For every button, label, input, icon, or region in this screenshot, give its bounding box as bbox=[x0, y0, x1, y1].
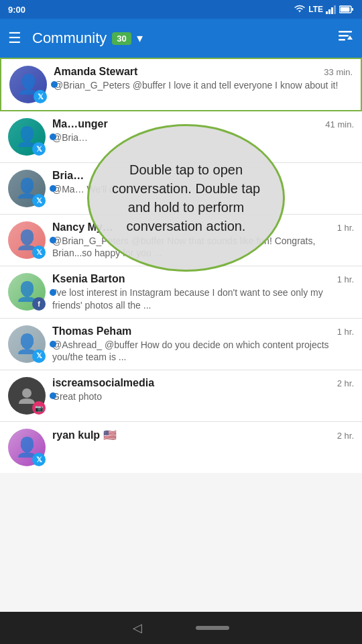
svg-rect-7 bbox=[339, 31, 352, 33]
sort-button[interactable] bbox=[337, 28, 354, 49]
conv-content: ryan kulp 🇺🇸 2 hr. bbox=[52, 429, 354, 443]
dropdown-arrow-icon[interactable]: ▾ bbox=[137, 31, 143, 46]
conv-content: Ksenia Barton 1 hr. I've lost interest i… bbox=[52, 273, 354, 311]
avatar-wrap: 👤 𝕏 bbox=[8, 118, 46, 156]
home-indicator[interactable] bbox=[196, 626, 229, 630]
conv-content: Amanda Stewart 33 min. @Brian_G_Peters @… bbox=[54, 66, 353, 91]
unread-dot bbox=[50, 289, 56, 296]
avatar-wrap: 📷 bbox=[8, 377, 46, 415]
svg-rect-2 bbox=[331, 7, 333, 14]
twitter-badge: 𝕏 bbox=[32, 453, 46, 466]
conv-time: 1 hr. bbox=[337, 327, 354, 337]
unread-dot bbox=[51, 81, 58, 88]
unread-dot bbox=[50, 237, 56, 244]
conv-name: Ksenia Barton bbox=[52, 273, 125, 285]
conv-time: 1 hr. bbox=[337, 274, 354, 284]
back-button[interactable]: ◁ bbox=[133, 621, 142, 635]
unread-dot bbox=[50, 185, 56, 192]
conv-time: 2 hr. bbox=[337, 378, 354, 388]
tooltip-overlay: Double tap to open conversation. Double … bbox=[87, 124, 285, 272]
avatar-wrap: 👤 𝕏 bbox=[8, 429, 46, 466]
svg-rect-8 bbox=[339, 35, 349, 37]
twitter-badge: 𝕏 bbox=[34, 90, 47, 103]
svg-rect-3 bbox=[334, 5, 336, 14]
lte-label: LTE bbox=[308, 5, 323, 14]
conv-name: Bria… bbox=[52, 170, 84, 182]
battery-icon bbox=[339, 5, 354, 13]
signal-icon bbox=[326, 5, 337, 14]
twitter-badge: 𝕏 bbox=[32, 142, 46, 156]
conv-text: I've lost interest in Instagram because … bbox=[52, 286, 354, 311]
conversation-item[interactable]: 👤 f Ksenia Barton 1 hr. I've lost intere… bbox=[0, 266, 362, 318]
conv-time: 33 min. bbox=[324, 67, 353, 77]
conv-name: Ma…unger bbox=[52, 118, 108, 130]
avatar-wrap: 👤 𝕏 bbox=[8, 170, 46, 207]
tooltip-text: Double tap to open conversation. Double … bbox=[108, 160, 264, 235]
svg-rect-1 bbox=[328, 9, 330, 14]
unread-dot bbox=[50, 341, 56, 347]
conversation-item[interactable]: 👤 𝕏 Thomas Peham 1 hr. @Ashread_ @buffer… bbox=[0, 319, 362, 370]
status-icons: LTE bbox=[294, 5, 354, 14]
avatar-wrap: 👤 𝕏 bbox=[9, 66, 47, 103]
conv-name: ryan kulp 🇺🇸 bbox=[52, 429, 117, 441]
avatar-wrap: 👤 f bbox=[8, 273, 46, 311]
conv-time: 2 hr. bbox=[337, 431, 354, 441]
conversation-item[interactable]: 👤 𝕏 Amanda Stewart 33 min. @Brian_G_Pete… bbox=[0, 58, 362, 111]
menu-button[interactable]: ☰ bbox=[8, 30, 21, 47]
svg-rect-9 bbox=[339, 39, 345, 41]
wifi-icon bbox=[294, 5, 306, 14]
time-display: 9:00 bbox=[8, 5, 25, 15]
conv-name: Amanda Stewart bbox=[54, 66, 137, 78]
conv-text: @Brian_G_Peters @buffer I love it and te… bbox=[54, 79, 353, 91]
conv-content: Thomas Peham 1 hr. @Ashread_ @buffer How… bbox=[52, 325, 354, 363]
nav-bar: ◁ bbox=[0, 612, 362, 644]
unread-count-badge: 30 bbox=[112, 32, 131, 45]
svg-rect-6 bbox=[341, 7, 350, 12]
unread-dot bbox=[50, 133, 56, 140]
status-bar: 9:00 LTE bbox=[0, 0, 362, 19]
instagram-badge: 📷 bbox=[32, 401, 46, 415]
twitter-badge: 𝕏 bbox=[32, 194, 46, 207]
conv-text: @Ashread_ @buffer How do you decide on w… bbox=[52, 339, 354, 363]
unread-dot bbox=[50, 392, 56, 399]
page-title: Community bbox=[32, 30, 107, 47]
twitter-badge: 𝕏 bbox=[32, 350, 46, 363]
conv-name: Thomas Peham bbox=[52, 325, 131, 337]
conv-time: 1 hr. bbox=[337, 223, 354, 233]
svg-rect-5 bbox=[352, 8, 354, 11]
conv-text: Great photo bbox=[52, 390, 354, 402]
conversation-item[interactable]: 👤 𝕏 ryan kulp 🇺🇸 2 hr. bbox=[0, 422, 362, 473]
svg-rect-0 bbox=[326, 11, 328, 14]
conv-content: iscreamsocialmedia 2 hr. Great photo bbox=[52, 377, 354, 402]
svg-point-11 bbox=[22, 388, 32, 398]
conversation-item[interactable]: 📷 iscreamsocialmedia 2 hr. Great photo bbox=[0, 370, 362, 422]
twitter-badge: 𝕏 bbox=[32, 246, 46, 259]
conv-time: 41 min. bbox=[325, 119, 354, 129]
avatar-wrap: 👤 𝕏 bbox=[8, 221, 46, 259]
facebook-badge: f bbox=[32, 297, 46, 311]
app-header: ☰ Community 30 ▾ bbox=[0, 19, 362, 58]
avatar-wrap: 👤 𝕏 bbox=[8, 325, 46, 363]
conv-name: iscreamsocialmedia bbox=[52, 377, 154, 389]
